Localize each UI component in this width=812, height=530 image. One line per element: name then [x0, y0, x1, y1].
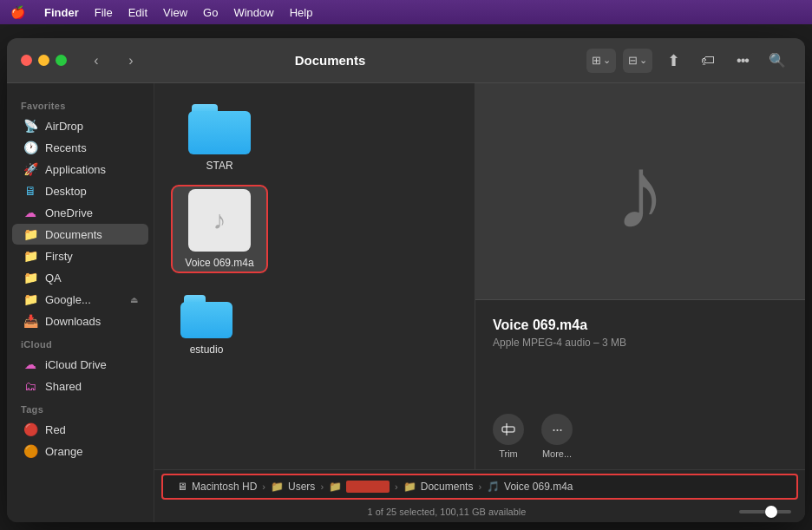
shared-label: Shared [45, 380, 82, 393]
sidebar-item-airdrop[interactable]: 📡 AirDrop [12, 115, 148, 136]
toolbar-right: ⊞ ⌄ ⊟ ⌄ ⬆ 🏷 ••• 🔍 [586, 49, 791, 73]
icloud-drive-label: iCloud Drive [45, 358, 107, 371]
recents-icon: 🕐 [23, 141, 38, 154]
shared-icon: 🗂 [23, 379, 38, 393]
apple-logo-icon[interactable]: 🍎 [10, 5, 25, 19]
svg-rect-0 [502, 427, 514, 432]
icloud-drive-icon: ☁ [23, 357, 38, 371]
path-documents[interactable]: 📁 Documents [403, 481, 474, 493]
desktop-label: Desktop [45, 185, 87, 198]
favorites-title: Favorites [7, 94, 154, 115]
voice-069-item[interactable]: ♪ Voice 069.m4a [172, 186, 267, 272]
status-text: 1 of 25 selected, 100,11 GB available [168, 507, 725, 517]
menu-go[interactable]: Go [203, 6, 218, 19]
qa-label: QA [45, 272, 62, 285]
more-actions-icon: ··· [541, 414, 573, 445]
path-sep-4: › [478, 481, 481, 492]
trim-button[interactable]: Trim [493, 414, 524, 459]
more-actions-label: More... [542, 448, 572, 459]
slider-thumb[interactable] [765, 506, 777, 518]
eject-icon[interactable]: ⏏ [130, 295, 138, 304]
sidebar-item-recents[interactable]: 🕐 Recents [12, 137, 148, 158]
menu-window[interactable]: Window [233, 6, 273, 19]
recents-label: Recents [45, 141, 87, 154]
menu-view[interactable]: View [163, 6, 187, 19]
minimize-button[interactable] [38, 55, 49, 66]
tag-orange-label: Orange [45, 445, 82, 458]
folder-body [188, 111, 251, 154]
airdrop-icon: 📡 [23, 119, 38, 133]
files-grid: STAR ♪ Voice 069.m4a [154, 83, 475, 469]
macintosh-hd-icon: 🖥 [177, 481, 187, 493]
airdrop-label: AirDrop [45, 120, 83, 133]
star-folder-item[interactable]: STAR [172, 101, 267, 175]
files-area: STAR ♪ Voice 069.m4a [154, 83, 805, 469]
share-button[interactable]: ⬆ [659, 49, 687, 73]
preview-panel: ♪ Voice 069.m4a Apple MPEG-4 audio – 3 M… [475, 83, 805, 469]
status-bar: 1 of 25 selected, 100,11 GB available [154, 503, 805, 522]
more-button[interactable]: ••• [729, 49, 756, 73]
applications-icon: 🚀 [23, 162, 38, 176]
estudio-folder-item[interactable]: estudio [172, 291, 241, 359]
icloud-section: iCloud ☁ iCloud Drive 🗂 Shared [7, 332, 154, 396]
grid-view-icon[interactable]: ⊞ [592, 54, 601, 67]
preview-info: Voice 069.m4a Apple MPEG-4 audio – 3 MB [475, 300, 805, 403]
path-voice-file[interactable]: 🎵 Voice 069.m4a [487, 481, 573, 493]
user-folder-icon: 📁 [329, 481, 342, 493]
sidebar-item-google[interactable]: 📁 Google... ⏏ [12, 289, 148, 310]
path-users[interactable]: 📁 Users [271, 481, 315, 493]
preview-actions: Trim ··· More... [475, 403, 805, 469]
path-sep-2: › [320, 481, 324, 492]
trim-icon [493, 414, 524, 445]
downloads-label: Downloads [45, 315, 101, 328]
tag-red-icon: 🔴 [23, 422, 38, 436]
zoom-slider[interactable] [739, 510, 791, 514]
sidebar-item-tag-red[interactable]: 🔴 Red [12, 419, 148, 440]
view-toggle-group[interactable]: ⊞ ⌄ [586, 49, 616, 73]
list-view-icon[interactable]: ⊟ [628, 54, 638, 67]
sidebar-item-tag-orange[interactable]: 🟠 Orange [12, 441, 148, 461]
title-bar: ‹ › Documents ⊞ ⌄ ⊟ ⌄ ⬆ 🏷 ••• 🔍 [7, 38, 805, 83]
path-bar: 🖥 Macintosh HD › 📁 Users › 📁 › [161, 474, 798, 500]
sidebar-item-documents[interactable]: 📁 Documents [12, 224, 148, 245]
firsty-icon: 📁 [23, 249, 38, 263]
close-button[interactable] [21, 55, 32, 66]
documents-icon: 📁 [23, 227, 38, 241]
sidebar-item-desktop[interactable]: 🖥 Desktop [12, 180, 148, 201]
menu-file[interactable]: File [95, 6, 113, 19]
menu-edit[interactable]: Edit [128, 6, 147, 19]
sort-icon[interactable]: ⌄ [603, 55, 611, 66]
maximize-button[interactable] [56, 55, 67, 66]
file-row-1: STAR [172, 101, 267, 175]
menu-finder[interactable]: Finder [44, 6, 79, 19]
trim-label: Trim [499, 448, 518, 459]
file-browser: STAR ♪ Voice 069.m4a [154, 83, 805, 522]
sidebar-item-applications[interactable]: 🚀 Applications [12, 159, 148, 180]
more-actions-button[interactable]: ··· More... [541, 414, 573, 459]
users-folder-icon: 📁 [271, 481, 284, 493]
star-folder-name: STAR [206, 160, 232, 172]
menu-help[interactable]: Help [290, 6, 313, 19]
bottom-bar: 🖥 Macintosh HD › 📁 Users › 📁 › [154, 469, 805, 522]
path-macintosh-hd[interactable]: 🖥 Macintosh HD [177, 481, 257, 493]
documents-path-icon: 📁 [403, 481, 416, 493]
sidebar-item-shared[interactable]: 🗂 Shared [12, 376, 148, 396]
sidebar-item-onedrive[interactable]: ☁ OneDrive [12, 202, 148, 223]
icloud-title: iCloud [7, 332, 154, 353]
sidebar-item-icloud-drive[interactable]: ☁ iCloud Drive [12, 354, 148, 375]
tag-button[interactable]: 🏷 [694, 49, 722, 73]
onedrive-icon: ☁ [23, 206, 38, 219]
sidebar-item-qa[interactable]: 📁 QA [12, 267, 148, 288]
preview-image-area: ♪ [475, 83, 805, 300]
view-list-group[interactable]: ⊟ ⌄ [623, 49, 652, 73]
list-sort-icon[interactable]: ⌄ [639, 55, 647, 66]
search-button[interactable]: 🔍 [763, 49, 791, 73]
slider-track [739, 510, 791, 514]
path-user-folder[interactable]: 📁 [329, 481, 390, 493]
documents-path-label: Documents [421, 481, 474, 493]
onedrive-label: OneDrive [45, 206, 93, 219]
sidebar-item-downloads[interactable]: 📥 Downloads [12, 311, 148, 331]
sidebar-item-firsty[interactable]: 📁 Firsty [12, 245, 148, 266]
voice-file-path-icon: 🎵 [487, 481, 500, 493]
path-sep-3: › [395, 481, 398, 492]
